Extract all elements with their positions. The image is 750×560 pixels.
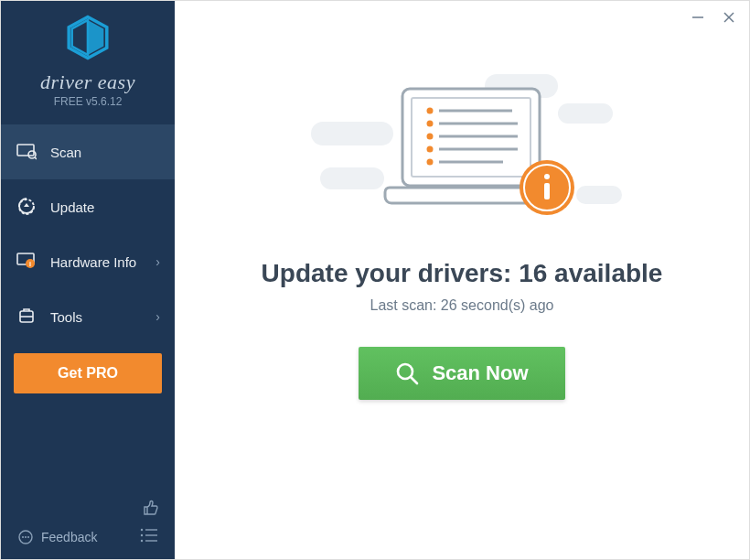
scan-icon [16, 141, 38, 163]
svg-point-34 [427, 159, 434, 166]
footer-icons [1, 493, 175, 521]
chevron-right-icon: › [155, 309, 160, 324]
nav-scan-label: Scan [50, 145, 160, 160]
scan-now-label: Scan Now [432, 361, 528, 385]
thumbs-up-icon[interactable] [142, 499, 160, 521]
update-icon [16, 196, 38, 218]
svg-point-30 [427, 134, 434, 140]
svg-point-17 [141, 534, 143, 536]
svg-point-28 [427, 121, 434, 127]
app-window: driver easy FREE v5.6.12 Scan Update i [0, 0, 750, 560]
svg-point-14 [27, 536, 29, 538]
svg-line-41 [411, 377, 417, 383]
brand-version: FREE v5.6.12 [1, 95, 175, 108]
svg-point-13 [25, 536, 27, 538]
headline-text: Update your drivers: 16 available [262, 259, 663, 288]
feedback-label: Feedback [41, 530, 97, 544]
svg-point-12 [22, 536, 24, 538]
main-content: Update your drivers: 16 available Last s… [175, 1, 749, 559]
nav-hardware-label: Hardware Info [50, 254, 155, 270]
svg-text:i: i [29, 261, 31, 267]
close-button[interactable] [722, 10, 736, 25]
content-area: Update your drivers: 16 available Last s… [175, 1, 749, 559]
search-icon [395, 361, 419, 385]
minimize-button[interactable] [691, 10, 705, 25]
svg-rect-1 [17, 145, 34, 156]
logo-icon [64, 14, 112, 61]
nav-tools[interactable]: Tools › [1, 289, 175, 344]
nav-tools-label: Tools [50, 309, 155, 325]
svg-line-3 [35, 157, 37, 159]
brand-name: driver easy [1, 70, 175, 94]
laptop-illustration [320, 67, 604, 232]
svg-marker-5 [24, 203, 29, 207]
last-scan-text: Last scan: 26 second(s) ago [370, 297, 553, 314]
svg-point-38 [544, 174, 550, 179]
nav: Scan Update i Hardware Info › Tools [1, 124, 175, 344]
nav-hardware[interactable]: i Hardware Info › [1, 234, 175, 289]
nav-update-label: Update [50, 199, 160, 215]
sidebar: driver easy FREE v5.6.12 Scan Update i [1, 1, 175, 559]
get-pro-label: Get PRO [58, 365, 118, 382]
svg-point-19 [141, 540, 143, 542]
get-pro-button[interactable]: Get PRO [14, 353, 162, 393]
list-icon[interactable] [140, 528, 158, 546]
chevron-right-icon: › [155, 254, 160, 269]
nav-scan[interactable]: Scan [1, 124, 175, 179]
tools-icon [16, 306, 38, 328]
feedback-button[interactable]: Feedback [17, 529, 97, 545]
svg-point-32 [427, 146, 434, 153]
svg-point-26 [427, 108, 434, 114]
svg-point-15 [141, 529, 143, 531]
chat-icon [17, 529, 34, 545]
hardware-icon: i [16, 251, 38, 273]
scan-now-button[interactable]: Scan Now [359, 347, 564, 400]
logo-area: driver easy FREE v5.6.12 [1, 1, 175, 119]
nav-update[interactable]: Update [1, 179, 175, 234]
window-controls [691, 10, 736, 25]
svg-rect-39 [544, 183, 550, 199]
